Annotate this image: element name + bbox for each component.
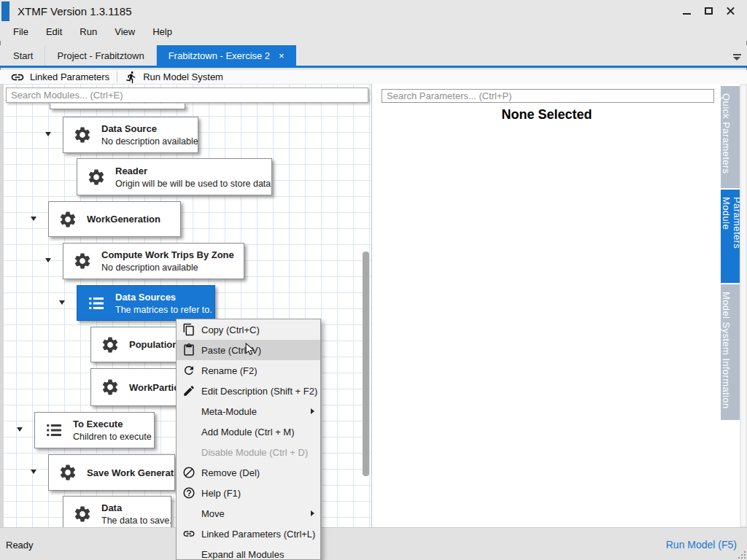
context-menu-item-rename-f2-[interactable]: Rename (F2) — [177, 360, 320, 381]
linked-parameters-button[interactable]: Linked Parameters — [6, 70, 114, 84]
tab-label: Frabitztown - Exercise 2 — [169, 50, 270, 61]
context-menu-item-remove-del-[interactable]: Remove (Del) — [177, 462, 320, 483]
side-tab-quick-parameters[interactable]: Quick Parameters — [721, 86, 740, 188]
module-description: The data to save. — [101, 516, 171, 526]
expander-icon[interactable] — [31, 470, 36, 474]
status-bar: Ready Run Model (F5) — [0, 527, 747, 560]
context-menu-item-add-module-ctrl-m-[interactable]: Add Module (Ctrl + M) — [177, 421, 320, 442]
tab-label: Project - Frabitztown — [57, 50, 144, 61]
menu-help[interactable]: Help — [145, 24, 179, 39]
copy-icon — [182, 323, 196, 336]
maximize-icon — [705, 7, 713, 15]
paste-icon — [182, 343, 196, 357]
module-title: WorkPartici — [129, 382, 182, 393]
minimize-button[interactable] — [681, 5, 693, 17]
expander-icon[interactable] — [45, 258, 51, 262]
submenu-arrow-icon — [311, 510, 314, 516]
module-card[interactable]: Data The data to save. — [63, 496, 171, 527]
tab-overflow-icon — [733, 54, 741, 55]
expander-icon[interactable] — [17, 427, 23, 432]
module-title: Reader — [115, 166, 271, 176]
context-menu-item-paste-ctrl-v-[interactable]: Paste (Ctrl+V) — [177, 340, 320, 360]
resize-grip-icon[interactable] — [738, 551, 746, 559]
module-title: Data Source — [101, 123, 198, 134]
side-tab-model-system-information[interactable]: Model System Information — [721, 284, 740, 420]
menu-run[interactable]: Run — [72, 24, 104, 39]
expander-icon[interactable] — [45, 132, 51, 136]
maximize-button[interactable] — [703, 5, 715, 17]
title-bar: XTMF Version 1.3.1185 — [0, 0, 747, 22]
expander-icon[interactable] — [59, 300, 65, 305]
search-modules-input[interactable] — [6, 88, 368, 103]
module-description: No description available — [101, 136, 198, 147]
context-menu-item-linked-parameters-ctrl-l-[interactable]: Linked Parameters (Ctrl+L) — [177, 524, 320, 544]
module-card[interactable] — [50, 104, 185, 109]
context-menu-item-move[interactable]: Move — [177, 503, 320, 524]
gear-icon — [73, 252, 92, 271]
module-description: Origin will be will be used to store dat… — [115, 179, 271, 189]
context-menu-item-label: Copy (Ctrl+C) — [201, 324, 260, 335]
toolbar-separator — [117, 71, 117, 82]
tab-label: Start — [13, 50, 33, 61]
document-tab-strip: StartProject - FrabitztownFrabitztown - … — [0, 45, 747, 68]
module-card[interactable]: Compute Work Trips By Zone No descriptio… — [63, 243, 244, 279]
module-card[interactable]: To Execute Children to execute — [34, 412, 155, 448]
tree-left-scrollbar[interactable] — [0, 84, 4, 527]
module-card[interactable]: Data Source No description available — [63, 117, 198, 153]
run-model-link[interactable]: Run Model (F5) — [666, 539, 737, 551]
gear-icon — [73, 125, 92, 144]
tab-frabitztown-exercise-2[interactable]: Frabitztown - Exercise 2× — [157, 45, 296, 66]
context-menu-item-help-f1-[interactable]: Help (F1) — [177, 483, 320, 503]
context-menu-item-meta-module[interactable]: Meta-Module — [177, 401, 320, 421]
module-description: Children to execute — [73, 432, 152, 442]
parameters-panel: None Selected — [373, 84, 721, 527]
gear-icon — [58, 463, 77, 482]
gear-icon — [101, 335, 120, 354]
context-menu: Copy (Ctrl+C) Paste (Ctrl+V) Rename (F2)… — [176, 319, 321, 560]
side-tab-module-parameters[interactable]: Module Parameters — [721, 190, 740, 283]
expander-icon[interactable] — [31, 217, 36, 221]
run-model-system-label: Run Model System — [143, 71, 223, 82]
context-menu-item-label: Rename (F2) — [201, 365, 258, 376]
gear-icon — [73, 505, 92, 524]
tab-close-icon[interactable]: × — [279, 50, 285, 61]
context-menu-item-disable-module-ctrl-d-[interactable]: Disable Module (Ctrl + D) — [177, 442, 320, 462]
close-button[interactable] — [725, 5, 737, 17]
module-description: The matrices to refer to. — [115, 305, 212, 315]
none-selected-label: None Selected — [373, 107, 721, 122]
tab-start[interactable]: Start — [1, 45, 45, 66]
module-title: To Execute — [73, 419, 152, 429]
module-card[interactable]: Reader Origin will be will be used to st… — [77, 158, 272, 195]
menu-file[interactable]: File — [6, 24, 36, 39]
module-title: Population — [129, 339, 178, 350]
list-icon — [44, 421, 63, 440]
gear-icon — [73, 252, 92, 271]
gear-icon — [58, 210, 77, 229]
module-title: WorkGeneration — [87, 214, 160, 225]
block-icon — [182, 466, 196, 479]
context-menu-item-expand-all-modules[interactable]: Expand all Modules — [177, 544, 320, 560]
status-ready-label: Ready — [6, 540, 34, 551]
run-model-system-button[interactable]: Run Model System — [120, 70, 228, 84]
context-menu-item-label: Remove (Del) — [201, 467, 260, 478]
menu-edit[interactable]: Edit — [39, 24, 69, 39]
module-card[interactable]: WorkGeneration — [48, 201, 181, 237]
gear-icon — [58, 463, 77, 482]
menu-view[interactable]: View — [107, 24, 142, 39]
context-menu-item-copy-ctrl-c-[interactable]: Copy (Ctrl+C) — [177, 319, 320, 340]
search-parameters-input[interactable] — [382, 89, 714, 103]
module-card[interactable]: Data Sources The matrices to refer to. — [77, 285, 215, 321]
tree-scrollbar-thumb[interactable] — [363, 252, 369, 476]
right-scrollbar-track[interactable] — [740, 84, 747, 527]
context-menu-item-label: Move — [201, 508, 225, 519]
list-icon — [44, 421, 63, 440]
context-menu-item-label: Help (F1) — [201, 488, 241, 499]
context-menu-item-label: Meta-Module — [201, 406, 257, 417]
tab-overflow-button[interactable] — [733, 54, 741, 61]
rotate-icon — [182, 364, 196, 377]
menu-bar: FileEditRunViewHelp — [0, 22, 747, 41]
context-menu-item-edit-description-shift-f2-[interactable]: Edit Description (Shift + F2) — [177, 381, 320, 401]
tab-project-frabitztown[interactable]: Project - Frabitztown — [45, 45, 156, 66]
gear-icon — [101, 335, 120, 354]
module-card[interactable]: Save Work Generation — [48, 454, 175, 491]
